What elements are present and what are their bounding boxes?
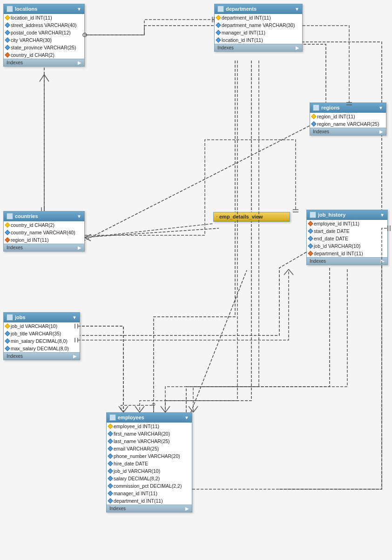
- svg-line-9: [85, 234, 91, 238]
- table-jobs[interactable]: jobs ▼ job_id VARCHAR(10) job_title VARC…: [3, 312, 80, 360]
- field-job-id-fk: job_id VARCHAR(10): [307, 242, 387, 250]
- diamond-icon: [5, 30, 10, 35]
- diamond-icon: [311, 121, 316, 126]
- field-max-salary-text: max_salary DECIMAL(8,0): [11, 346, 69, 351]
- diamond-icon: [308, 236, 313, 241]
- field-dept-id: department_id INT(11): [215, 14, 302, 21]
- field-country-id-pk-text: country_id CHAR(2): [11, 222, 54, 228]
- employees-dropdown[interactable]: ▼: [184, 415, 189, 420]
- table-regions-header: regions ▼: [310, 103, 386, 113]
- countries-dropdown[interactable]: ▼: [77, 214, 81, 219]
- table-regions[interactable]: regions ▼ region_id INT(11) region_name …: [310, 102, 386, 136]
- field-dept-name: department_name VARCHAR(30): [215, 21, 302, 29]
- table-employees-indexes[interactable]: Indexes ▶: [107, 505, 192, 512]
- table-job-history-indexes[interactable]: Indexes ▶: [307, 257, 387, 265]
- diamond-red-icon: [5, 52, 10, 57]
- field-city-text: city VARCHAR(30): [11, 37, 52, 43]
- field-street-address-text: street_address VARCHAR(40): [11, 22, 77, 28]
- indexes-arrow: ▶: [381, 259, 385, 264]
- table-departments-header: departments ▼: [215, 4, 302, 14]
- key-icon: [5, 15, 10, 20]
- table-employees[interactable]: employees ▼ employee_id INT(11) first_na…: [106, 412, 192, 512]
- field-commission-pct-text: commission_pct DECIMAL(2,2): [114, 483, 182, 489]
- field-street-address: street_address VARCHAR(40): [4, 21, 84, 29]
- diagram-canvas: locations ▼ location_id INT(11) street_a…: [0, 0, 392, 560]
- key-icon: [5, 222, 10, 227]
- field-dept-id-emp-text: department_id INT(11): [114, 498, 163, 504]
- indexes-label: Indexes: [7, 354, 23, 359]
- diamond-icon: [108, 431, 113, 436]
- regions-dropdown[interactable]: ▼: [378, 105, 383, 110]
- table-employees-title: employees: [118, 415, 144, 420]
- field-location-id: location_id INT(11): [4, 14, 84, 21]
- table-job-history[interactable]: job_history ▼ employee_id INT(11) start_…: [306, 210, 388, 265]
- svg-line-24: [165, 406, 170, 412]
- diamond-icon: [108, 498, 113, 503]
- table-countries-indexes[interactable]: Indexes ▶: [4, 244, 84, 251]
- field-start-date: start_date DATE: [307, 227, 387, 235]
- table-icon-jobs: [7, 314, 13, 321]
- diamond-icon: [216, 30, 221, 35]
- key-icon: [5, 323, 10, 328]
- field-manager-id-emp-text: manager_id INT(11): [114, 491, 157, 496]
- job-history-dropdown[interactable]: ▼: [380, 212, 385, 218]
- table-emp-details-view[interactable]: emp_details_view: [213, 212, 290, 222]
- table-icon-regions: [313, 104, 319, 111]
- table-view-header: emp_details_view: [214, 212, 290, 221]
- indexes-arrow: ▶: [379, 129, 383, 134]
- field-first-name: first_name VARCHAR(20): [107, 430, 192, 437]
- table-jobs-header: jobs ▼: [4, 313, 80, 322]
- diamond-icon: [5, 346, 10, 351]
- field-country-name-text: country_name VARCHAR(40): [11, 230, 75, 235]
- field-loc-id-dept-text: location_id INT(11): [222, 37, 263, 43]
- locations-dropdown[interactable]: ▼: [77, 7, 81, 12]
- field-max-salary: max_salary DECIMAL(8,0): [4, 345, 80, 352]
- table-departments[interactable]: departments ▼ department_id INT(11) depa…: [214, 4, 303, 52]
- field-country-id-pk: country_id CHAR(2): [4, 221, 84, 229]
- table-departments-indexes[interactable]: Indexes ▶: [215, 44, 302, 51]
- field-region-name-text: region_name VARCHAR(25): [317, 121, 379, 127]
- svg-line-17: [119, 406, 123, 412]
- field-job-id-fk-text: job_id VARCHAR(10): [314, 243, 360, 249]
- field-dept-id-fk-text: department_id INT(11): [314, 251, 363, 256]
- svg-line-14: [193, 406, 198, 412]
- field-emp-id-fk: employee_id INT(11): [307, 220, 387, 227]
- key-icon: [216, 15, 221, 20]
- field-email: email VARCHAR(25): [107, 445, 192, 452]
- field-phone-number: phone_number VARCHAR(20): [107, 452, 192, 460]
- diamond-icon: [216, 37, 221, 42]
- diamond-icon: [108, 491, 113, 496]
- table-locations[interactable]: locations ▼ location_id INT(11) street_a…: [3, 4, 85, 67]
- field-commission-pct: commission_pct DECIMAL(2,2): [107, 482, 192, 490]
- table-job-history-title: job_history: [318, 212, 345, 218]
- diamond-icon: [5, 230, 10, 235]
- svg-line-10: [85, 238, 91, 241]
- diamond-icon: [308, 243, 313, 248]
- field-manager-id-text: manager_id INT(11): [222, 30, 265, 35]
- table-regions-indexes[interactable]: Indexes ▶: [310, 128, 386, 135]
- svg-line-13: [189, 406, 193, 412]
- table-locations-indexes[interactable]: Indexes ▶: [4, 59, 84, 66]
- diamond-icon: [5, 331, 10, 336]
- indexes-arrow: ▶: [73, 354, 77, 359]
- svg-line-26: [140, 406, 144, 412]
- svg-line-22: [289, 269, 293, 275]
- field-hire-date: hire_date DATE: [107, 460, 192, 467]
- indexes-label: Indexes: [217, 45, 234, 50]
- field-dept-id-fk: department_id INT(11): [307, 250, 387, 257]
- table-countries[interactable]: countries ▼ country_id CHAR(2) country_n…: [3, 211, 85, 252]
- diamond-icon: [5, 45, 10, 50]
- diamond-red-icon: [308, 251, 313, 256]
- table-jobs-indexes[interactable]: Indexes ▶: [4, 352, 80, 360]
- departments-dropdown[interactable]: ▼: [295, 7, 299, 12]
- field-emp-id-fk-text: employee_id INT(11): [314, 221, 359, 226]
- field-country-name: country_name VARCHAR(40): [4, 229, 84, 236]
- table-regions-title: regions: [321, 105, 340, 110]
- svg-line-23: [161, 406, 165, 412]
- table-regions-body: region_id INT(11) region_name VARCHAR(25…: [310, 113, 386, 128]
- field-region-id-fk-text: region_id INT(11): [11, 237, 49, 243]
- table-departments-title: departments: [226, 6, 257, 12]
- jobs-dropdown[interactable]: ▼: [72, 315, 77, 320]
- table-jobs-title: jobs: [15, 314, 26, 320]
- field-job-id-emp-text: job_id VARCHAR(10): [114, 468, 160, 474]
